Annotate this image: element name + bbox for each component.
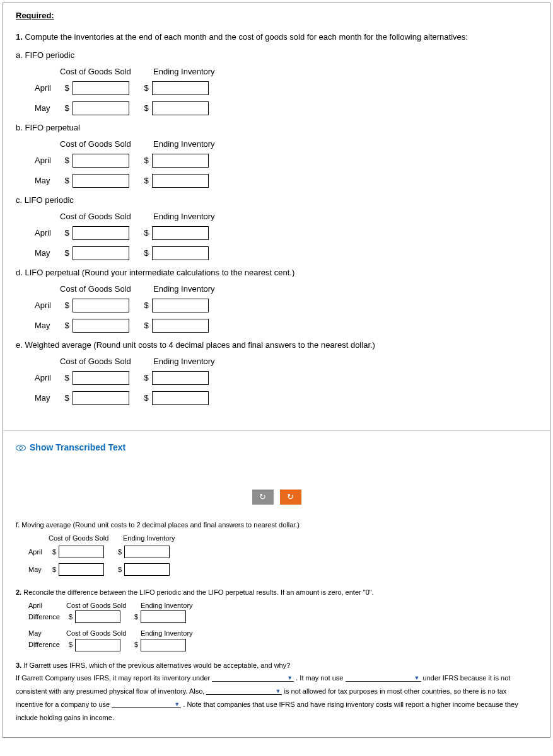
q3-fill-line-1: If Garrett Company uses IFRS, it may rep… <box>16 672 537 685</box>
f-may-cogs[interactable] <box>59 563 104 576</box>
q2-april-cogs[interactable] <box>75 610 120 623</box>
dropdown-3[interactable]: ▼ <box>206 689 282 695</box>
d-april-cogs[interactable] <box>73 299 129 312</box>
a-may-cogs[interactable] <box>73 101 129 115</box>
table-header: Cost of Goods Sold Ending Inventory <box>60 210 537 223</box>
eye-icon <box>16 445 26 451</box>
c-april-ei[interactable] <box>152 226 209 240</box>
c-may-ei[interactable] <box>152 246 209 260</box>
show-transcribed-link[interactable]: Show Transcribed Text <box>16 441 537 454</box>
e-may-cogs[interactable] <box>73 391 129 405</box>
c-april-row: April $ $ <box>35 226 537 240</box>
f-april-ei[interactable] <box>124 546 170 558</box>
alt-a: a. FIFO periodic <box>16 49 537 62</box>
e-april-cogs[interactable] <box>73 371 129 385</box>
dropdown-4[interactable]: ▼ <box>112 702 181 708</box>
table-header: Cost of Goods Sold Ending Inventory <box>60 66 537 78</box>
refresh-button[interactable]: ↻ <box>252 490 274 505</box>
a-may-row: May $ $ <box>35 101 537 115</box>
problem-page: Required: 1. Compute the inventories at … <box>3 3 550 738</box>
q3-fill-line-4: include holding gains in income. <box>16 711 537 724</box>
chevron-down-icon: ▼ <box>287 675 293 681</box>
d-april-row: April $ $ <box>35 299 537 312</box>
q2-may-diff-row: Difference $ $ <box>28 639 537 651</box>
q1-text: 1. Compute the inventories at the end of… <box>16 31 537 43</box>
q3-block: 3. If Garrett uses IFRS, which of the pr… <box>16 659 537 724</box>
refresh-icon: ↻ <box>259 491 266 503</box>
d-may-cogs[interactable] <box>73 319 129 333</box>
chevron-down-icon: ▼ <box>174 702 180 707</box>
f-april-cogs[interactable] <box>59 546 104 558</box>
alt-c: c. LIFO periodic <box>16 194 537 207</box>
table-header: Cost of Goods Sold Ending Inventory <box>60 138 537 151</box>
e-april-row: April $ $ <box>35 371 537 385</box>
a-april-cogs[interactable] <box>73 81 129 95</box>
q2-april-diff-row: Difference $ $ <box>28 610 537 623</box>
f-may-ei[interactable] <box>124 563 170 576</box>
e-april-ei[interactable] <box>152 371 209 385</box>
q2-may-cogs[interactable] <box>75 639 120 651</box>
b-april-cogs[interactable] <box>73 154 129 168</box>
c-may-cogs[interactable] <box>73 246 129 260</box>
section-q1: Required: 1. Compute the inventories at … <box>3 3 550 430</box>
q2-may-ei[interactable] <box>141 639 186 651</box>
e-may-row: May $ $ <box>35 391 537 405</box>
b-may-row: May $ $ <box>35 174 537 188</box>
required-heading: Required: <box>16 9 54 22</box>
dropdown-2[interactable]: ▼ <box>346 675 421 682</box>
f-may-row: May $ $ <box>28 563 537 576</box>
alt-b: b. FIFO perpetual <box>16 122 537 134</box>
c-april-cogs[interactable] <box>73 226 129 240</box>
d-may-row: May $ $ <box>35 319 537 333</box>
q2-april-block: April Cost of Goods Sold Ending Inventor… <box>16 600 537 624</box>
table-header: Cost of Goods Sold Ending Inventory <box>60 355 537 368</box>
alt-d: d. LIFO perpetual (Round your intermedia… <box>16 266 537 279</box>
nav-buttons: ↻ ↻ <box>3 486 550 511</box>
alt-e: e. Weighted average (Round unit costs to… <box>16 339 537 352</box>
chevron-down-icon: ▼ <box>276 689 281 694</box>
chevron-down-icon: ▼ <box>414 675 420 681</box>
d-may-ei[interactable] <box>152 319 209 333</box>
reload-button[interactable]: ↻ <box>280 490 301 505</box>
q3-prompt: 3. If Garrett uses IFRS, which of the pr… <box>16 659 537 672</box>
a-april-ei[interactable] <box>152 81 209 95</box>
reload-icon: ↻ <box>287 491 294 503</box>
transcribed-section: Show Transcribed Text <box>3 430 550 486</box>
alt-f: f. Moving average (Round unit costs to 2… <box>16 520 537 530</box>
q3-fill-line-2: consistent with any presumed physical fl… <box>16 685 537 698</box>
b-may-cogs[interactable] <box>73 174 129 188</box>
f-april-row: April $ $ <box>28 546 537 558</box>
q2-may-block: May Cost of Goods Sold Ending Inventory … <box>16 628 537 651</box>
d-april-ei[interactable] <box>152 299 209 312</box>
a-april-row: April $ $ <box>35 81 537 95</box>
a-may-ei[interactable] <box>152 101 209 115</box>
table-header: Cost of Goods Sold Ending Inventory <box>60 283 537 295</box>
dropdown-1[interactable]: ▼ <box>212 675 294 682</box>
q3-fill-line-3: incentive for a company to use ▼ . Note … <box>16 698 537 711</box>
b-may-ei[interactable] <box>152 174 209 188</box>
b-april-ei[interactable] <box>152 154 209 168</box>
c-may-row: May $ $ <box>35 246 537 260</box>
b-april-row: April $ $ <box>35 154 537 168</box>
section-lower: f. Moving average (Round unit costs to 2… <box>3 511 550 737</box>
q2-april-ei[interactable] <box>141 610 186 623</box>
q2-text: 2. Reconcile the difference between the … <box>16 587 537 598</box>
e-may-ei[interactable] <box>152 391 209 405</box>
table-header: Cost of Goods Sold Ending Inventory <box>49 533 537 544</box>
